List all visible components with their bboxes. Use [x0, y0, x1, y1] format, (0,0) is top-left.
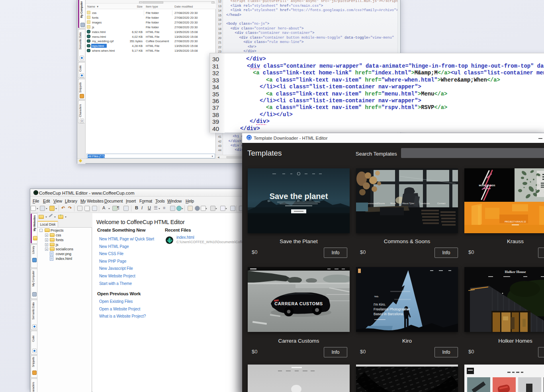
svg-text:Based in Barcelona.: Based in Barcelona.: [374, 312, 404, 316]
svg-text:About Tyler: About Tyler: [402, 202, 414, 205]
svg-text:MODE HANDS: MODE HANDS: [479, 184, 495, 187]
svg-text:Work: Work: [390, 202, 396, 205]
svg-text:Commons&Soons: Commons&Soons: [366, 202, 385, 205]
svg-text:Hello: Hello: [374, 296, 379, 298]
svg-text:Contact: Contact: [437, 202, 446, 205]
svg-text:CARRERA CUSTOMS: CARRERA CUSTOMS: [274, 301, 323, 306]
svg-text:Save the planet: Save the planet: [270, 192, 328, 201]
svg-text:I'm Kiro.: I'm Kiro.: [374, 302, 386, 306]
svg-text:Lectures: Lectures: [421, 202, 430, 205]
svg-text:Freelance Photographer: Freelance Photographer: [374, 307, 410, 311]
svg-text:PROJECT KRAUS 22: PROJECT KRAUS 22: [505, 220, 526, 223]
svg-text:Holker House: Holker House: [505, 270, 526, 274]
